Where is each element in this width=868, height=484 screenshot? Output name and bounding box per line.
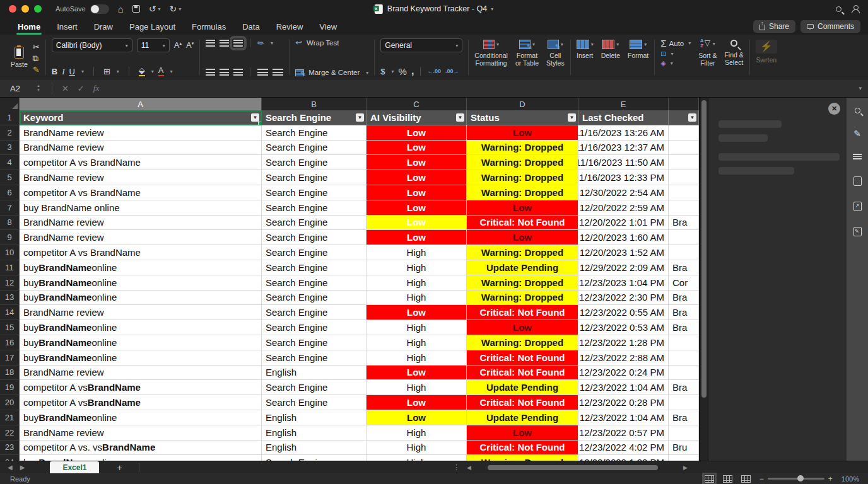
font-name-select[interactable]: Calibri (Body)▾ <box>52 38 132 52</box>
currency-icon[interactable]: $ <box>380 67 385 76</box>
undo-icon[interactable]: ↺ <box>149 4 156 13</box>
cell-last-checked[interactable]: 12/20/2023 1:52 AM <box>578 245 669 260</box>
cell-last-checked[interactable]: 12/23/2022 1:23 PM <box>578 455 669 461</box>
cell-overflow[interactable] <box>669 245 699 260</box>
comma-icon[interactable]: , <box>411 66 414 76</box>
format-painter-icon[interactable]: ✎ <box>33 66 40 74</box>
cell-last-checked[interactable]: 12/23/2022 1:04 AM <box>578 410 669 425</box>
cell-search-engine[interactable]: Search Engine <box>262 216 367 231</box>
row-number[interactable]: 17 <box>0 350 20 366</box>
cell-search-engine[interactable]: Search Engine <box>262 291 367 306</box>
cell-ai-visibility[interactable]: High <box>367 245 467 260</box>
cell-status[interactable]: Critical: Not Found <box>467 441 578 456</box>
cell-status[interactable]: Warning: Dropped <box>467 291 578 306</box>
cell-overflow[interactable] <box>669 366 699 381</box>
fill-button[interactable]: ⊡▾ <box>660 50 691 57</box>
cell-ai-visibility[interactable]: Low <box>367 185 467 200</box>
row-number[interactable]: 10 <box>0 245 20 260</box>
cell-overflow[interactable]: Bra <box>669 260 699 275</box>
tab-insert[interactable]: Insert <box>57 20 78 33</box>
cell-status[interactable]: Critical: Not Found <box>467 395 578 410</box>
cell-b1-engine-header[interactable]: Search Engine ▼ <box>262 110 367 125</box>
cell-status[interactable]: Low <box>467 200 578 216</box>
font-color-icon[interactable]: A <box>158 66 164 76</box>
overflow-menu-icon[interactable]: ⋮ <box>453 463 460 471</box>
cell-status[interactable]: Update Pending <box>467 410 578 425</box>
cell-ai-visibility[interactable]: High <box>367 260 467 275</box>
autosave-toggle[interactable] <box>90 4 109 14</box>
cell-keyword[interactable]: BrandName review <box>20 125 262 141</box>
cell-overflow[interactable] <box>669 125 699 141</box>
scroll-left-icon[interactable]: ◀ <box>464 464 474 471</box>
cell-status[interactable]: Warning: Dropped <box>467 245 578 260</box>
cell-search-engine[interactable]: Search Engine <box>262 125 367 141</box>
cell-f1-header[interactable]: ▼ <box>669 110 699 125</box>
cell-keyword[interactable]: buy BrandName online <box>20 260 262 275</box>
cell-ai-visibility[interactable]: Low <box>367 216 467 231</box>
delete-cells-button[interactable]: ▾ Delete <box>601 40 620 59</box>
column-header-c[interactable]: C <box>367 98 467 110</box>
cell-overflow[interactable]: Bru <box>669 441 699 456</box>
cell-overflow[interactable]: Bra <box>669 291 699 306</box>
comments-button[interactable]: Comments <box>801 20 860 33</box>
cell-ai-visibility[interactable]: High <box>367 291 467 306</box>
filter-dropdown-icon[interactable]: ▼ <box>688 113 696 122</box>
align-left-icon[interactable] <box>206 69 215 76</box>
autosum-button[interactable]: Σ Auto▾ <box>660 38 691 48</box>
cell-c1-visibility-header[interactable]: AI Visibility ▼ <box>367 110 467 125</box>
cell-overflow[interactable] <box>669 185 699 200</box>
cell-ai-visibility[interactable]: Low <box>367 200 467 216</box>
cell-keyword[interactable]: BrandName review <box>20 216 262 231</box>
cell-status[interactable]: Low <box>467 125 578 141</box>
row-number[interactable]: 21 <box>0 410 20 425</box>
tab-review[interactable]: Review <box>276 20 303 33</box>
cell-e1-checked-header[interactable]: Last Checked <box>578 110 669 125</box>
cell-search-engine[interactable]: English <box>262 366 367 381</box>
cell-search-engine[interactable]: Search Engine <box>262 275 367 291</box>
cell-keyword[interactable]: buy BrandName online <box>20 455 262 461</box>
filter-dropdown-icon[interactable]: ▼ <box>568 113 576 122</box>
filter-dropdown-icon[interactable]: ▼ <box>456 113 464 122</box>
cell-status[interactable]: Warning: Dropped <box>467 335 578 350</box>
formula-input[interactable] <box>103 79 859 97</box>
increase-indent-icon[interactable] <box>273 69 283 76</box>
zoom-slider-thumb[interactable] <box>797 475 804 481</box>
next-sheet-icon[interactable]: ▶ <box>20 464 25 471</box>
pane-draw-icon[interactable] <box>853 227 862 236</box>
zoom-level-label[interactable]: 100% <box>842 475 859 483</box>
cell-status[interactable]: Critical: Not Found <box>467 216 578 231</box>
cell-keyword[interactable]: buy BrandName online <box>20 335 262 350</box>
cell-ai-visibility[interactable]: High <box>367 425 467 441</box>
font-size-select[interactable]: 11▾ <box>137 38 170 52</box>
copy-icon[interactable]: ⧉ <box>33 54 40 62</box>
cell-ai-visibility[interactable]: Low <box>367 230 467 245</box>
page-layout-view-icon[interactable] <box>723 475 732 483</box>
cell-keyword[interactable]: BrandName review <box>20 141 262 156</box>
cell-search-engine[interactable]: English <box>262 425 367 441</box>
cell-styles-button[interactable]: ▾ CellStyles <box>546 40 565 67</box>
cell-keyword[interactable]: BrandName review <box>20 305 262 320</box>
cell-ai-visibility[interactable]: High <box>367 320 467 335</box>
column-header-b[interactable]: B <box>262 98 367 110</box>
italic-button[interactable]: I <box>62 67 64 76</box>
align-middle-icon[interactable] <box>220 40 229 47</box>
vertical-scrollbar[interactable] <box>699 98 708 461</box>
cell-last-checked[interactable]: 11/16/2023 12:37 AM <box>578 141 669 156</box>
tab-draw[interactable]: Draw <box>94 20 113 33</box>
cell-status[interactable]: Update Pending <box>467 260 578 275</box>
align-top-icon[interactable] <box>206 40 215 47</box>
cell-last-checked[interactable]: 12/29/2022 2:09 AM <box>578 260 669 275</box>
cell-status[interactable]: Warning: Dropped <box>467 170 578 185</box>
cell-overflow[interactable]: Bra <box>669 320 699 335</box>
row-number[interactable]: 15 <box>0 320 20 335</box>
increase-decimal-icon[interactable]: ←.00 <box>427 68 441 74</box>
redo-icon[interactable]: ↻ <box>170 4 177 13</box>
cell-overflow[interactable]: Bra <box>669 410 699 425</box>
cell-keyword[interactable]: BrandName review <box>20 230 262 245</box>
add-sheet-button[interactable]: + <box>117 463 122 473</box>
row-number[interactable]: 5 <box>0 170 20 185</box>
horizontal-scrollbar[interactable]: ◀ ▶ <box>464 464 690 471</box>
row-number[interactable]: 24 <box>0 455 20 461</box>
cell-status[interactable]: Warning: Dropped <box>467 155 578 170</box>
column-header-e[interactable]: E <box>578 98 669 110</box>
